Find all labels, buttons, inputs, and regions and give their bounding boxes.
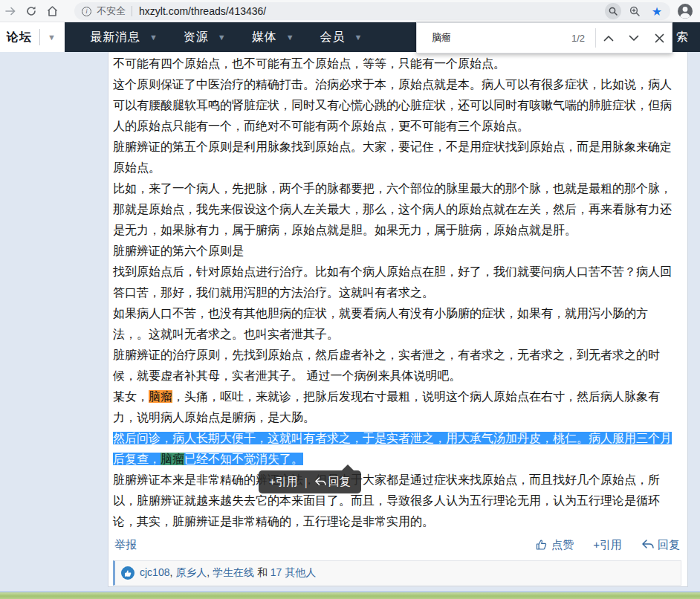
- like-badge-icon: [121, 566, 135, 580]
- thread-post-card: 不可能有四个原始点，也不可能有五个原始点，等等，只能有一个原始点。这个原则保证了…: [108, 52, 688, 587]
- address-divider: [132, 6, 132, 16]
- likes-separator: ,: [207, 566, 213, 578]
- nav-item-label: 会员: [320, 30, 346, 45]
- tab-forum-separator: [39, 29, 40, 45]
- nav-item-label: 资源: [184, 30, 209, 45]
- tooltip-arrow: [342, 464, 354, 470]
- post-text: 脏腑辨证的第六个原则是: [113, 245, 244, 257]
- like-button[interactable]: 点赞: [536, 538, 574, 552]
- tooltip-quote-button[interactable]: +引用: [269, 475, 298, 489]
- post-text: 脏腑辨证的第五个原则是利用脉象找到原始点。大家，要记住，不是用症状找到原始点，而…: [113, 140, 672, 174]
- likes-box: cjc108, 原乡人, 学生在线 和 17 其他人: [113, 560, 681, 586]
- info-icon[interactable]: i: [82, 7, 91, 16]
- post-footer: 举报 点赞 +引用 回复: [108, 532, 687, 554]
- post-paragraph: 脏腑辨证的第六个原则是: [113, 241, 674, 262]
- other-likers-link[interactable]: 17 其他人: [270, 566, 316, 578]
- find-input[interactable]: 脑瘤: [432, 31, 571, 45]
- reload-icon[interactable]: [21, 1, 42, 22]
- tab-forum-label: 论坛: [7, 30, 32, 45]
- quote-label: +引用: [593, 538, 622, 552]
- report-link[interactable]: 举报: [114, 538, 137, 552]
- chevron-down-icon: ▼: [149, 33, 158, 42]
- quote-button[interactable]: +引用: [593, 538, 622, 552]
- liker-link[interactable]: 学生在线: [213, 566, 254, 578]
- liker-link[interactable]: cjc108: [140, 566, 169, 578]
- bookmark-star-icon[interactable]: ★: [648, 2, 666, 20]
- post-text: 某女，: [113, 390, 149, 403]
- find-previous-icon[interactable]: [596, 25, 621, 51]
- chevron-down-icon: ▼: [354, 33, 363, 42]
- post-paragraph: 脏腑辨证本来是非常精确的辨证方法，但是由于大家都是通过症状来找原始点，而且找好几…: [113, 470, 674, 532]
- tooltip-reply-label: 回复: [328, 475, 351, 489]
- post-paragraph: 然后问诊，病人长期大便干，这就叫有者求之，于是实者泄之，用大承气汤加丹皮，桃仁。…: [113, 428, 674, 470]
- post-text: 脏腑辨证本来是非常精确的辨证方法，但是由于大家都是通过症状来找原始点，而且找好几…: [113, 473, 660, 528]
- post-paragraph: 脏腑辨证的治疗原则，先找到原始点，然后虚者补之，实者泄之，有者求之，无者求之，到…: [113, 345, 674, 386]
- find-close-icon[interactable]: [646, 25, 672, 51]
- profile-avatar-icon[interactable]: [676, 2, 694, 20]
- like-label: 点赞: [551, 538, 574, 552]
- post-text: 比如，来了一个病人，先把脉，两个手的脉都要把，六个部位的脉里最大的那个脉，也就是…: [113, 182, 672, 236]
- selection-tooltip: +引用 | 回复: [259, 470, 361, 493]
- post-paragraph: 不可能有四个原始点，也不可能有五个原始点，等等，只能有一个原始点。: [113, 54, 674, 74]
- reply-button[interactable]: 回复: [641, 538, 680, 552]
- nav-item-resources[interactable]: 资源▼: [184, 22, 227, 52]
- post-text: 找到原始点后，针对原始点进行治疗。比如有个病人原始点在胆，好了，我们就要问病人口…: [113, 265, 672, 299]
- footer-bar: [0, 592, 700, 599]
- address-bar[interactable]: i 不安全 hxzylt.com/threads/413436/ ★: [74, 2, 670, 20]
- nav-item-members[interactable]: 会员▼: [320, 22, 363, 52]
- tooltip-reply-button[interactable]: 回复: [314, 475, 351, 489]
- post-text: 这个原则保证了中医治疗的精确打击。治病必求于本，原始点就是本。病人可以有很多症状…: [113, 78, 672, 132]
- post-paragraph: 如果病人口不苦，也没有其他胆病的症状，就要看病人有没有小肠腑的症状，如果有，就用…: [113, 303, 674, 345]
- likes-conjunction: 和: [254, 566, 270, 578]
- liker-link[interactable]: 原乡人: [175, 566, 207, 578]
- nav-item-label: 媒体: [252, 30, 277, 45]
- forward-icon[interactable]: [0, 1, 21, 22]
- post-paragraph: 找到原始点后，针对原始点进行治疗。比如有个病人原始点在胆，好了，我们就要问病人口…: [113, 262, 674, 303]
- selected-text: 已经不知不觉消失了。: [184, 453, 303, 465]
- reply-label: 回复: [658, 538, 680, 552]
- post-text: 不可能有四个原始点，也不可能有五个原始点，等等，只能有一个原始点。: [113, 57, 505, 70]
- chevron-down-icon[interactable]: ▼: [48, 33, 65, 42]
- post-paragraph: 脏腑辨证的第五个原则是利用脉象找到原始点。大家，要记住，不是用症状找到原始点，而…: [113, 137, 674, 178]
- chevron-down-icon: ▼: [286, 33, 295, 42]
- find-match-active: 脑瘤: [149, 390, 172, 403]
- post-body: 不可能有四个原始点，也不可能有五个原始点，等等，只能有一个原始点。这个原则保证了…: [108, 52, 687, 532]
- thumbs-up-icon: [536, 539, 548, 551]
- reply-arrow-icon: [641, 540, 654, 550]
- navbar-search-label[interactable]: 索: [676, 22, 688, 52]
- reply-arrow-icon: [314, 477, 326, 487]
- home-icon[interactable]: [42, 1, 62, 22]
- post-text: ，头痛，呕吐，来就诊，把脉后发现右寸最粗，说明这个病人原始点在右寸，然后病人脉象…: [113, 390, 660, 424]
- browser-toolbar: i 不安全 hxzylt.com/threads/413436/ ★: [0, 0, 700, 22]
- post-text: 脏腑辨证的治疗原则，先找到原始点，然后虚者补之，实者泄之，有者求之，无者求之，到…: [113, 349, 660, 382]
- security-label: 不安全: [97, 4, 126, 18]
- post-actions: 点赞 +引用 回复: [536, 538, 680, 552]
- find-next-icon[interactable]: [621, 25, 646, 51]
- find-match-in-selection: 脑瘤: [161, 453, 184, 465]
- post-paragraph: 比如，来了一个病人，先把脉，两个手的脉都要把，六个部位的脉里最大的那个脉，也就是…: [113, 178, 674, 241]
- post-text: 如果病人口不苦，也没有其他胆病的症状，就要看病人有没有小肠腑的症状，如果有，就用…: [113, 307, 648, 340]
- url-text[interactable]: hxzylt.com/threads/413436/: [139, 5, 600, 17]
- nav-item-media[interactable]: 媒体▼: [252, 22, 295, 52]
- find-bar: 脑瘤 1/2: [416, 22, 673, 54]
- browser-window: i 不安全 hxzylt.com/threads/413436/ ★ 论坛 ▼ …: [0, 0, 700, 599]
- tab-forum[interactable]: 论坛 ▼: [0, 22, 65, 52]
- tooltip-separator: |: [305, 476, 308, 488]
- likes-text: cjc108, 原乡人, 学生在线 和 17 其他人: [140, 566, 316, 580]
- post-paragraph: 这个原则保证了中医治疗的精确打击。治病必求于本，原始点就是本。病人可以有很多症状…: [113, 74, 674, 137]
- nav-item-label: 最新消息: [90, 30, 140, 45]
- find-match-count: 1/2: [571, 33, 585, 44]
- chevron-down-icon: ▼: [218, 33, 227, 42]
- post-paragraph: 某女，脑瘤，头痛，呕吐，来就诊，把脉后发现右寸最粗，说明这个病人原始点在右寸，然…: [113, 386, 674, 428]
- zoom-icon[interactable]: [626, 2, 644, 20]
- find-in-page-icon[interactable]: [605, 3, 621, 19]
- nav-item-whats-new[interactable]: 最新消息▼: [90, 22, 158, 52]
